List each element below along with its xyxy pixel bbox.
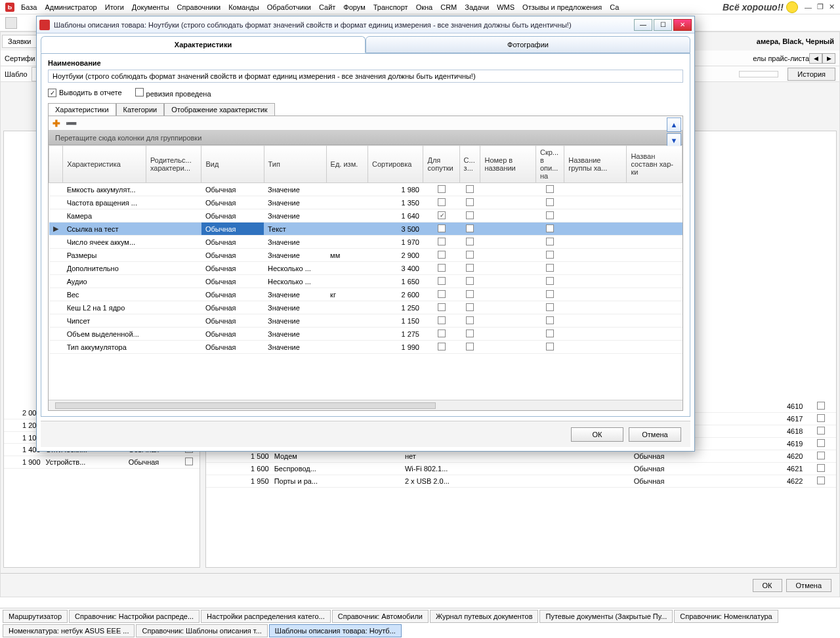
menu-item[interactable]: Форум <box>339 1 369 13</box>
checkbox-icon[interactable] <box>438 277 446 285</box>
menu-item[interactable]: CRM <box>436 1 461 13</box>
menu-item[interactable]: Отзывы и предложения <box>518 1 606 13</box>
table-row[interactable]: ЧипсетОбычнаяЗначение1 150 <box>49 314 682 328</box>
checkbox-icon[interactable] <box>135 88 144 96</box>
menu-item[interactable]: Итоги <box>101 1 128 13</box>
checkbox-icon[interactable] <box>546 211 554 219</box>
window-tab[interactable]: Справочник: Шаблоны описания т... <box>136 624 267 637</box>
dialog-minimize-icon[interactable]: — <box>634 19 652 31</box>
column-header[interactable]: Тип <box>264 146 326 183</box>
checkbox-icon[interactable] <box>466 211 474 219</box>
menu-item[interactable]: Транспорт <box>369 1 412 13</box>
checkbox-icon[interactable] <box>466 290 474 298</box>
checkbox-icon[interactable] <box>438 198 446 206</box>
checkbox-icon[interactable] <box>466 238 474 245</box>
chk-revision-done[interactable]: ревизия проведена <box>135 88 211 98</box>
checkbox-icon[interactable] <box>546 330 554 337</box>
tab-photos[interactable]: Фотографии <box>366 36 690 53</box>
menu-item[interactable]: Команды <box>224 1 263 13</box>
column-header[interactable]: Для сопутки <box>423 146 459 183</box>
table-row[interactable]: АудиоОбычнаяНесколько ...1 650 <box>49 275 682 288</box>
bp-empty-field[interactable] <box>739 71 778 77</box>
table-row[interactable]: КамераОбычнаяЗначение1 640 <box>49 209 682 223</box>
column-header[interactable]: Родительс... характери... <box>146 146 201 183</box>
bp-cancel-button[interactable]: Отмена <box>786 579 831 592</box>
menu-item[interactable]: Документы <box>128 1 173 13</box>
checkbox-icon[interactable] <box>546 303 554 311</box>
bp-ok-button[interactable]: ОК <box>753 579 782 592</box>
menu-item[interactable]: Сайт <box>315 1 339 13</box>
checkbox-icon[interactable] <box>438 343 446 351</box>
checkbox-icon[interactable] <box>438 316 446 324</box>
move-up-icon[interactable]: ▲ <box>667 117 681 132</box>
menu-item[interactable]: Задачи <box>461 1 493 13</box>
table-row[interactable]: ДополнительноОбычнаяНесколько ...3 400 <box>49 262 682 275</box>
column-header[interactable]: Скр... в опи... на <box>536 146 564 183</box>
checkbox-icon[interactable] <box>546 185 554 193</box>
checkbox-icon[interactable] <box>546 264 554 272</box>
table-row[interactable]: ▶Ссылка на тестОбычнаяТекст3 500 <box>49 223 682 236</box>
remove-row-icon[interactable]: ➖ <box>66 118 77 129</box>
window-tab[interactable]: Номенклатура: нетбук ASUS EEE ... <box>3 624 135 637</box>
restore-icon[interactable]: ❐ <box>814 3 826 11</box>
column-header[interactable]: Ед. изм. <box>326 146 368 183</box>
table-row[interactable]: 1 600Беспровод...Wi-Fi 802.1...Обычная46… <box>206 463 836 475</box>
nav-left-icon[interactable]: ◀ <box>809 53 822 64</box>
name-input[interactable] <box>48 70 683 83</box>
inner-tab-characteristics[interactable]: Характеристики <box>48 103 116 116</box>
column-header[interactable]: Назван составн хар-ки <box>627 146 682 183</box>
checkbox-icon[interactable] <box>466 264 474 272</box>
checkbox-icon[interactable] <box>546 343 554 351</box>
backplane-tab[interactable]: Заявки <box>2 35 37 48</box>
column-header[interactable] <box>49 146 63 183</box>
menu-item[interactable]: Обработчики <box>263 1 315 13</box>
checkbox-icon[interactable] <box>466 330 474 337</box>
column-header[interactable]: С... з... <box>459 146 480 183</box>
checkbox-icon[interactable] <box>546 290 554 298</box>
table-row[interactable]: Емкость аккумулят...ОбычнаяЗначение1 980 <box>49 183 682 196</box>
checkbox-icon[interactable] <box>546 224 554 232</box>
checkbox-icon[interactable] <box>438 238 446 245</box>
window-tab[interactable]: Маршрутизатор <box>3 610 68 623</box>
column-header[interactable]: Номер в названии <box>480 146 536 183</box>
minimize-icon[interactable]: — <box>802 3 814 11</box>
window-tab[interactable]: Справочник: Настройки распреде... <box>69 610 200 623</box>
grid-table[interactable]: ХарактеристикаРодительс... характери...В… <box>49 145 682 354</box>
table-row[interactable]: Частота вращения ...ОбычнаяЗначение1 350 <box>49 196 682 209</box>
menu-item[interactable]: Са <box>606 1 623 13</box>
inner-tab-display[interactable]: Отображение характеристик <box>164 103 274 116</box>
column-header[interactable]: Характеристика <box>63 146 146 183</box>
checkbox-icon[interactable] <box>438 224 446 232</box>
checkbox-icon[interactable] <box>48 89 56 97</box>
add-row-icon[interactable]: ✚ <box>52 118 60 129</box>
window-tab[interactable]: Справочник: Номенклатура <box>674 610 778 623</box>
menu-item[interactable]: База <box>17 1 41 13</box>
table-row[interactable]: 1 500МодемнетОбычная4620 <box>206 450 836 463</box>
window-tab[interactable]: Путевые документы (Закрытые Пу... <box>539 610 673 623</box>
table-row[interactable]: Объем выделенной...ОбычнаяЗначение1 275 <box>49 328 682 341</box>
window-tab[interactable]: Настройки распределения катего... <box>201 610 331 623</box>
history-button[interactable]: История <box>788 68 835 81</box>
checkbox-icon[interactable] <box>438 211 446 219</box>
chk-show-in-report[interactable]: Выводить в отчете <box>48 89 122 97</box>
menu-item[interactable]: Администратор <box>41 1 100 13</box>
checkbox-icon[interactable] <box>438 290 446 298</box>
checkbox-icon[interactable] <box>466 185 474 193</box>
checkbox-icon[interactable] <box>466 303 474 311</box>
checkbox-icon[interactable] <box>438 330 446 337</box>
menu-item[interactable]: Справочники <box>173 1 225 13</box>
menu-item[interactable]: Окна <box>412 1 437 13</box>
window-tab[interactable]: Журнал путевых документов <box>430 610 538 623</box>
checkbox-icon[interactable] <box>466 277 474 285</box>
checkbox-icon[interactable] <box>546 316 554 324</box>
checkbox-icon[interactable] <box>438 303 446 311</box>
dialog-ok-button[interactable]: ОК <box>571 427 623 442</box>
table-row[interactable]: ВесОбычнаяЗначениекг2 600 <box>49 288 682 301</box>
column-header[interactable]: Название группы ха... <box>564 146 627 183</box>
column-header[interactable]: Сортировка <box>368 146 423 183</box>
checkbox-icon[interactable] <box>546 251 554 259</box>
checkbox-icon[interactable] <box>466 251 474 259</box>
table-row[interactable]: Кеш L2 на 1 ядроОбычнаяЗначение1 250 <box>49 301 682 314</box>
menu-item[interactable]: WMS <box>493 1 518 13</box>
toolbar-icon[interactable] <box>5 17 17 29</box>
